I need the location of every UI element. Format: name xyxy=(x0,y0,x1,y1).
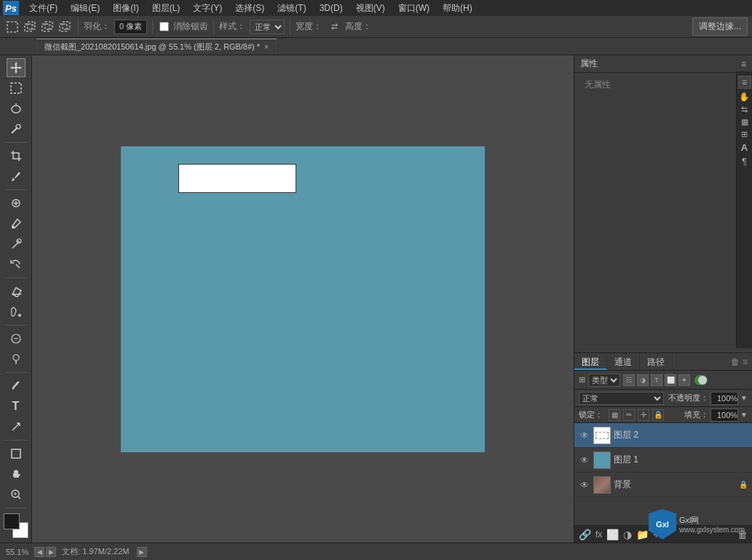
filter-smart-icon[interactable]: ✦ xyxy=(678,374,690,386)
menu-window[interactable]: 窗口(W) xyxy=(392,1,435,16)
layers-tab-layers[interactable]: 图层 xyxy=(574,353,607,370)
menu-view[interactable]: 视图(V) xyxy=(350,1,391,16)
opacity-arrow[interactable]: ▼ xyxy=(740,394,748,402)
foreground-color-swatch[interactable] xyxy=(4,513,20,529)
eraser-tool[interactable] xyxy=(7,282,25,301)
opacity-input[interactable] xyxy=(711,392,738,405)
document-tab[interactable]: 微信截图_20210820150614.jpg @ 55.1% (图层 2, R… xyxy=(36,39,277,55)
properties-icon-4[interactable]: ▦ xyxy=(741,117,748,127)
link-layers-btn[interactable]: 🔗 xyxy=(579,529,591,540)
intersect-selection-btn[interactable] xyxy=(57,19,73,35)
layers-menu-icon[interactable]: ≡ xyxy=(743,357,748,367)
shape-tool[interactable] xyxy=(7,444,25,463)
eye-icon-bg[interactable]: 👁 xyxy=(580,480,589,490)
heal-tool[interactable] xyxy=(7,194,25,213)
tool-sep-4 xyxy=(5,325,27,326)
menu-file[interactable]: 文件(F) xyxy=(23,1,63,16)
blur-tool[interactable] xyxy=(7,329,25,348)
subtract-selection-btn[interactable]: − xyxy=(39,19,55,35)
magic-wand-tool[interactable] xyxy=(7,119,25,138)
tab-close-btn[interactable]: × xyxy=(264,43,269,51)
filter-pixel-icon[interactable]: ☷ xyxy=(623,374,635,386)
lock-transparent-icon[interactable]: ▦ xyxy=(609,409,620,421)
filter-toggle[interactable] xyxy=(694,375,708,385)
menu-3d[interactable]: 3D(D) xyxy=(314,1,349,15)
layers-trash-header-icon[interactable]: 🗑 xyxy=(731,357,740,367)
layers-tab-bar: 图层 通道 路径 🗑 ≡ xyxy=(574,353,752,371)
properties-icon-1[interactable]: ≡ xyxy=(738,76,751,89)
eyedropper-tool[interactable] xyxy=(7,167,25,186)
add-style-btn[interactable]: fx xyxy=(595,529,602,540)
marquee-tool[interactable] xyxy=(7,79,25,98)
fill-input[interactable] xyxy=(711,409,738,422)
doc-size-arrow[interactable]: ▶ xyxy=(137,547,147,557)
new-group-btn[interactable]: 📁 xyxy=(636,529,649,540)
add-mask-btn[interactable]: ⬜ xyxy=(606,529,619,540)
menu-select[interactable]: 选择(S) xyxy=(229,1,270,16)
filter-adjust-icon[interactable]: ◑ xyxy=(637,374,649,386)
properties-panel-menu-icon[interactable]: ≡ xyxy=(741,59,746,69)
layer-2-visibility[interactable]: 👁 xyxy=(579,430,590,441)
history-brush-tool[interactable] xyxy=(7,255,25,274)
adjust-edge-button[interactable]: 调整边缘... xyxy=(692,17,748,36)
layer-1-visibility[interactable]: 👁 xyxy=(579,454,590,466)
filter-text-icon[interactable]: T xyxy=(651,374,662,386)
layer-item-1[interactable]: 👁 图层 1 xyxy=(574,448,752,473)
move-tool[interactable] xyxy=(7,58,25,77)
svg-rect-4 xyxy=(42,24,50,31)
layer-item-bg[interactable]: 👁 背景 🔒 xyxy=(574,473,752,497)
layer-item-2[interactable]: 👁 图层 2 xyxy=(574,423,752,448)
path-selection-tool[interactable] xyxy=(7,417,25,436)
crop-tool[interactable] xyxy=(7,146,25,165)
eye-icon-1[interactable]: 👁 xyxy=(580,455,589,465)
menu-image[interactable]: 图像(I) xyxy=(107,1,144,16)
layers-tab-paths[interactable]: 路径 xyxy=(640,353,673,370)
eye-icon-2[interactable]: 👁 xyxy=(580,430,589,441)
properties-icon-A[interactable]: A xyxy=(741,142,748,153)
brush-tool[interactable] xyxy=(7,214,25,233)
menu-layer[interactable]: 图层(L) xyxy=(146,1,186,16)
type-tool[interactable]: T xyxy=(7,397,25,416)
swap-wh-btn[interactable]: ⇄ xyxy=(326,19,342,35)
properties-icon-5[interactable]: ⊞ xyxy=(741,130,748,139)
lock-all-icon[interactable]: 🔒 xyxy=(652,409,664,421)
prev-state-btn[interactable]: ◀ xyxy=(34,547,44,557)
layers-tab-channels[interactable]: 通道 xyxy=(607,353,640,370)
fill-arrow[interactable]: ▼ xyxy=(740,411,748,419)
watermark: Gxl Gxl网 www.gxlsystem.com xyxy=(649,509,745,540)
blend-mode-select[interactable]: 正常 xyxy=(579,392,664,405)
style-select[interactable]: 正常 xyxy=(250,20,285,34)
lock-pixels-icon[interactable]: ✏ xyxy=(623,409,635,421)
menu-filter[interactable]: 滤镜(T) xyxy=(272,1,312,16)
properties-icon-3[interactable]: ⇆ xyxy=(741,105,748,114)
selection-rectangle xyxy=(179,165,296,192)
anti-alias-checkbox[interactable] xyxy=(159,22,169,31)
new-selection-btn[interactable] xyxy=(4,19,20,35)
filter-type-select[interactable]: 类型 xyxy=(588,374,620,387)
properties-icon-para[interactable]: ¶ xyxy=(742,156,747,167)
toolbar-sep-3 xyxy=(213,20,214,34)
dodge-tool[interactable] xyxy=(7,350,25,368)
feather-input[interactable] xyxy=(114,20,147,34)
watermark-shield: Gxl xyxy=(649,509,676,540)
lock-position-icon[interactable]: ✛ xyxy=(638,409,649,421)
pen-tool[interactable] xyxy=(7,376,25,395)
clone-stamp-tool[interactable] xyxy=(7,234,25,253)
menu-edit[interactable]: 编辑(E) xyxy=(65,1,106,16)
properties-icon-2[interactable]: ✋ xyxy=(739,92,750,102)
tool-sep-2 xyxy=(5,189,27,190)
paint-bucket-tool[interactable] xyxy=(7,302,25,321)
zoom-tool[interactable] xyxy=(7,485,25,504)
svg-point-25 xyxy=(13,355,19,360)
new-fill-layer-btn[interactable]: ◑ xyxy=(623,529,632,540)
color-swatches[interactable] xyxy=(4,513,28,538)
hand-tool[interactable] xyxy=(7,465,25,484)
svg-line-21 xyxy=(16,264,20,268)
layer-bg-visibility[interactable]: 👁 xyxy=(579,479,590,491)
add-selection-btn[interactable]: + xyxy=(22,19,38,35)
next-state-btn[interactable]: ▶ xyxy=(46,547,56,557)
menu-help[interactable]: 帮助(H) xyxy=(437,1,478,16)
filter-shape-icon[interactable]: ⬜ xyxy=(665,374,676,386)
menu-text[interactable]: 文字(Y) xyxy=(187,1,228,16)
lasso-tool[interactable] xyxy=(7,99,25,118)
